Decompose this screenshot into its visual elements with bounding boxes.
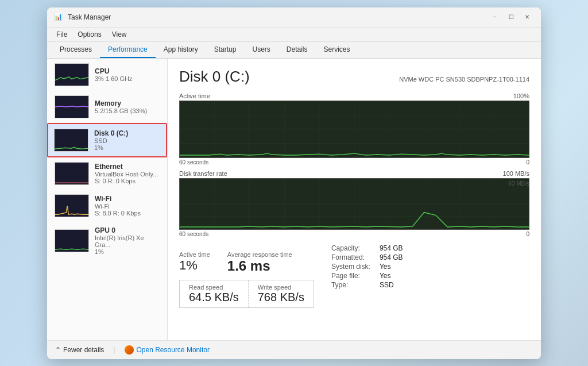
- speed-row: Read speed 64.5 KB/s Write speed 768 KB/…: [179, 280, 314, 308]
- menu-view[interactable]: View: [107, 29, 131, 40]
- sidebar-item-gpu[interactable]: GPU 0 Intel(R) Iris(R) Xe Gra... 1%: [47, 222, 167, 260]
- formatted-value: 954 GB: [380, 253, 403, 261]
- maximize-button[interactable]: ☐: [504, 12, 518, 22]
- active-time-value: 1%: [179, 258, 210, 273]
- memory-sub: 5.2/15.8 GB (33%): [95, 107, 161, 114]
- gpu-sub2: 1%: [95, 248, 161, 255]
- read-speed-label: Read speed: [189, 284, 239, 291]
- ethernet-info: Ethernet VirtualBox Host-Only... S: 0 R:…: [95, 163, 161, 184]
- resource-monitor-icon: [125, 345, 134, 355]
- disk-label: Disk 0 (C:): [94, 129, 160, 137]
- avg-response-stat: Average response time 1.6 ms: [227, 251, 292, 274]
- disk-sub1: SSD: [94, 137, 160, 144]
- type-value: SSD: [380, 281, 403, 289]
- capacity-label: Capacity:: [331, 244, 370, 252]
- title-bar-left: 📊 Task Manager: [54, 13, 111, 22]
- sidebar-item-disk[interactable]: Disk 0 (C:) SSD 1%: [47, 123, 167, 157]
- sidebar: CPU 3% 1.60 GHz Memory 5.2/15.8 GB (33%): [47, 59, 168, 340]
- main-title: Disk 0 (C:): [179, 68, 250, 86]
- svg-rect-5: [55, 230, 88, 252]
- sidebar-item-ethernet[interactable]: Ethernet VirtualBox Host-Only... S: 0 R:…: [47, 157, 167, 190]
- active-time-label: Active time: [179, 251, 210, 258]
- tab-performance[interactable]: Performance: [100, 42, 156, 58]
- chart1-header: Active time 100%: [179, 93, 529, 99]
- memory-info: Memory 5.2/15.8 GB (33%): [95, 99, 161, 114]
- stats-section: Active time 1% Average response time 1.6…: [179, 244, 314, 314]
- memory-mini-graph: [55, 95, 89, 118]
- active-time-stat: Active time 1%: [179, 251, 210, 274]
- system-disk-label: System disk:: [331, 263, 370, 271]
- disk-mini-graph: [54, 129, 88, 152]
- bottom-bar: ⌃ Fewer details | Open Resource Monitor: [47, 340, 541, 359]
- gpu-label: GPU 0: [95, 226, 161, 234]
- write-speed-block: Write speed 768 KB/s: [249, 280, 314, 307]
- wifi-info: Wi-Fi Wi-Fi S: 8.0 R: 0 Kbps: [95, 195, 161, 217]
- open-resource-monitor-link[interactable]: Open Resource Monitor: [125, 345, 210, 355]
- chart2-zero: 0: [526, 231, 529, 237]
- tab-users[interactable]: Users: [244, 42, 278, 58]
- tab-app-history[interactable]: App history: [156, 42, 206, 58]
- svg-rect-4: [55, 195, 88, 217]
- fewer-details-button[interactable]: ⌃ Fewer details: [55, 346, 104, 354]
- active-time-chart-section: Active time 100%: [179, 93, 529, 165]
- tab-startup[interactable]: Startup: [206, 42, 245, 58]
- memory-label: Memory: [95, 99, 161, 107]
- type-label: Type:: [331, 281, 370, 289]
- gpu-mini-graph: [55, 229, 89, 252]
- sidebar-item-memory[interactable]: Memory 5.2/15.8 GB (33%): [47, 91, 167, 123]
- info-grid: Capacity: 954 GB Formatted: 954 GB Syste…: [331, 244, 403, 289]
- wifi-mini-graph: [55, 194, 89, 217]
- svg-rect-0: [55, 64, 88, 86]
- chart2-label: Disk transfer rate: [179, 170, 227, 177]
- menu-file[interactable]: File: [52, 29, 72, 40]
- close-button[interactable]: ✕: [520, 12, 534, 22]
- sidebar-item-cpu[interactable]: CPU 3% 1.60 GHz: [47, 59, 167, 91]
- svg-rect-2: [55, 129, 88, 151]
- main-header: Disk 0 (C:) NVMe WDC PC SN530 SDBPNPZ-1T…: [179, 68, 529, 86]
- system-disk-value: Yes: [380, 263, 403, 271]
- main-content: CPU 3% 1.60 GHz Memory 5.2/15.8 GB (33%): [47, 59, 541, 340]
- cpu-info: CPU 3% 1.60 GHz: [95, 67, 161, 82]
- avg-response-value: 1.6 ms: [227, 258, 292, 274]
- tab-details[interactable]: Details: [278, 42, 316, 58]
- write-speed-label: Write speed: [258, 284, 304, 291]
- window-controls: − ☐ ✕: [488, 12, 534, 22]
- read-speed-value: 64.5 KB/s: [189, 291, 239, 304]
- app-icon: 📊: [54, 13, 63, 22]
- chart1-max: 100%: [513, 93, 529, 99]
- chart2-mid: 60 MB/s: [508, 180, 529, 187]
- svg-rect-3: [55, 163, 88, 184]
- fewer-details-label: Fewer details: [63, 346, 104, 354]
- tab-services[interactable]: Services: [316, 42, 358, 58]
- task-manager-window: 📊 Task Manager − ☐ ✕ File Options View P…: [47, 7, 541, 359]
- sidebar-item-wifi[interactable]: Wi-Fi Wi-Fi S: 8.0 R: 0 Kbps: [47, 190, 167, 222]
- wifi-sub2: S: 8.0 R: 0 Kbps: [95, 210, 161, 217]
- tab-bar: Processes Performance App history Startu…: [47, 42, 541, 59]
- read-speed-block: Read speed 64.5 KB/s: [180, 280, 249, 307]
- chart1-time: 60 seconds: [179, 159, 208, 165]
- chart1-zero: 0: [526, 159, 529, 165]
- main-panel: Disk 0 (C:) NVMe WDC PC SN530 SDBPNPZ-1T…: [168, 59, 541, 340]
- disk-sub2: 1%: [94, 144, 160, 151]
- chart2-max: 100 MB/s: [503, 170, 529, 177]
- ethernet-label: Ethernet: [95, 163, 161, 171]
- ethernet-sub1: VirtualBox Host-Only...: [95, 171, 161, 178]
- minimize-button[interactable]: −: [488, 12, 502, 22]
- resource-monitor-label: Open Resource Monitor: [137, 346, 210, 354]
- chart2-time: 60 seconds: [179, 231, 208, 237]
- chart2-header: Disk transfer rate 100 MB/s: [179, 170, 529, 177]
- menu-options[interactable]: Options: [73, 29, 106, 40]
- main-subtitle: NVMe WDC PC SN530 SDBPNPZ-1T00-1114: [399, 76, 529, 83]
- chart1-label: Active time: [179, 93, 210, 99]
- wifi-sub1: Wi-Fi: [95, 203, 161, 210]
- write-speed-value: 768 KB/s: [258, 291, 304, 304]
- tab-processes[interactable]: Processes: [52, 42, 100, 58]
- ethernet-sub2: S: 0 R: 0 Kbps: [95, 178, 161, 184]
- avg-response-label: Average response time: [227, 251, 292, 258]
- window-title: Task Manager: [68, 13, 111, 21]
- cpu-label: CPU: [95, 67, 161, 75]
- stats-row: Active time 1% Average response time 1.6…: [179, 251, 314, 274]
- ethernet-mini-graph: [55, 162, 89, 185]
- wifi-label: Wi-Fi: [95, 195, 161, 203]
- svg-rect-1: [55, 96, 88, 118]
